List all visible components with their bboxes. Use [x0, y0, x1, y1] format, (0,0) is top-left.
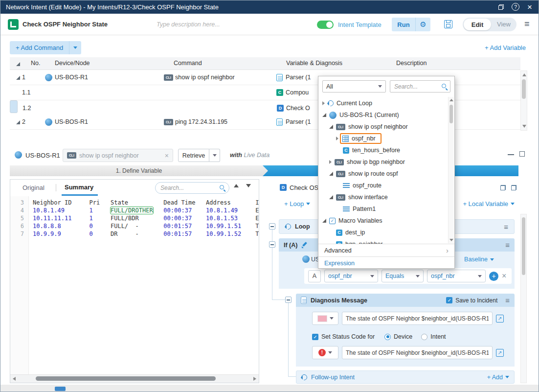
edit-pencil-icon[interactable]	[301, 242, 307, 248]
expression-item[interactable]: Expression	[318, 256, 454, 269]
tree-expanded-icon[interactable]	[329, 125, 333, 129]
duplicate-icon[interactable]	[511, 185, 517, 190]
search-icon[interactable]	[219, 184, 225, 191]
add-command-button[interactable]: + Add Command	[10, 41, 81, 54]
variable-text: Parser (1	[286, 74, 311, 81]
status-message-input[interactable]	[342, 346, 493, 359]
scroll-up-icon[interactable]	[522, 73, 526, 76]
expand-message-icon[interactable]: ↗	[496, 315, 504, 323]
tree-item[interactable]: Current Loop	[318, 97, 454, 109]
scroll-down-icon[interactable]	[449, 239, 453, 241]
close-icon[interactable]: ×	[527, 3, 532, 11]
tree-item[interactable]: Cdest_ip	[318, 227, 454, 238]
intent-radio[interactable]	[421, 334, 427, 340]
horizontal-scrollbar[interactable]	[10, 374, 259, 383]
scrollbar-thumb[interactable]	[522, 217, 525, 275]
run-button[interactable]: Run	[392, 18, 415, 31]
result-search-input[interactable]	[155, 182, 229, 194]
table-scrollbar[interactable]	[520, 70, 527, 131]
collapse-diagnosis-icon[interactable]	[285, 297, 292, 303]
save-to-incident-checkbox[interactable]: ✓	[446, 297, 452, 303]
copy-icon[interactable]	[500, 185, 506, 190]
step-define-variable: 1. Define Variable	[10, 165, 268, 176]
tree-item[interactable]: Cbgp_neighbor	[318, 238, 454, 244]
scroll-right-icon[interactable]	[253, 377, 256, 381]
row-expander-icon[interactable]	[16, 120, 20, 124]
table-row[interactable]: 1.2DCheck O	[10, 100, 18, 113]
condition-right-select[interactable]: ospf_nbr	[427, 270, 486, 282]
block-menu-icon[interactable]: ≡	[504, 223, 508, 231]
add-loop-button[interactable]: + Loop	[284, 200, 310, 208]
row-expander-icon[interactable]	[16, 76, 20, 80]
edit-mode-button[interactable]: Edit	[464, 19, 491, 30]
scroll-up-icon[interactable]	[449, 99, 453, 101]
expand-all-icon[interactable]	[16, 62, 20, 66]
tree-item[interactable]: CLIshow ip ospf neighbor	[318, 121, 454, 133]
filter-select[interactable]: All	[322, 80, 386, 92]
add-variable-link[interactable]: + Add Variable	[485, 44, 526, 51]
add-follow-up-button[interactable]: + Add	[487, 374, 509, 381]
save-icon[interactable]	[444, 20, 452, 28]
scroll-down-icon[interactable]	[522, 125, 526, 128]
clear-command-icon[interactable]: ×	[165, 152, 169, 160]
tree-item[interactable]: ✓Macro Variables	[318, 215, 454, 227]
tree-expanded-icon[interactable]	[322, 219, 326, 223]
retrieve-button[interactable]: Retrieve	[178, 149, 209, 162]
description-input[interactable]	[157, 20, 269, 29]
tree-item[interactable]: CLIshow ip route ospf	[318, 168, 454, 180]
collapse-if-icon[interactable]	[269, 241, 275, 248]
scrollbar-thumb[interactable]	[522, 79, 526, 99]
tab-summary[interactable]: Summary	[65, 184, 93, 191]
condition-left-select[interactable]: ospf_nbr	[324, 270, 378, 282]
add-command-chevron[interactable]	[69, 41, 81, 54]
tree-expanded-icon[interactable]	[329, 172, 333, 176]
tree-expanded-icon[interactable]	[322, 113, 326, 117]
tree-collapsed-icon[interactable]	[322, 101, 325, 105]
add-local-variable-button[interactable]: + Local Variable	[463, 200, 515, 208]
tree-item[interactable]: ospf_nbr	[318, 133, 454, 144]
collapse-loop-icon[interactable]	[269, 223, 275, 230]
block-menu-icon[interactable]: ≡	[505, 241, 510, 249]
scrollbar-thumb[interactable]	[449, 105, 453, 123]
tree-collapsed-icon[interactable]	[329, 160, 332, 164]
scrollbar-thumb[interactable]	[36, 376, 216, 381]
tree-collapsed-icon[interactable]	[336, 137, 338, 140]
diagnosis-header[interactable]: Diagnosis Message ✓ Save to Incident ≡	[296, 294, 515, 307]
set-status-code-checkbox[interactable]: ✓	[312, 334, 318, 340]
maximize-icon[interactable]	[519, 151, 525, 157]
menu-icon[interactable]: ≡	[524, 19, 530, 29]
intent-template-toggle[interactable]	[317, 21, 334, 29]
run-settings-gear-icon[interactable]: ⚙	[416, 18, 430, 31]
remove-condition-button[interactable]: ×	[502, 272, 506, 280]
command-box[interactable]: CLI show ip ospf neighbor ×	[63, 149, 173, 162]
baseline-dropdown[interactable]: Baseline	[464, 256, 494, 263]
tree-item[interactable]: CLIshow interface	[318, 191, 454, 203]
retrieve-chevron[interactable]	[209, 149, 220, 162]
popup-scrollbar[interactable]	[448, 97, 454, 243]
add-condition-button[interactable]: +	[489, 272, 498, 281]
block-menu-icon[interactable]: ≡	[505, 296, 510, 304]
right-panel-scrollbar[interactable]	[520, 214, 527, 383]
tree-item[interactable]: Cten_hours_before	[318, 144, 454, 156]
condition-operator-select[interactable]: Equals	[382, 270, 424, 282]
tree-item[interactable]: Pattern1	[318, 203, 454, 215]
expand-message-icon[interactable]: ↗	[496, 349, 504, 357]
help-icon[interactable]: ?	[512, 3, 519, 11]
view-mode-button[interactable]: View	[497, 21, 511, 28]
search-icon[interactable]	[441, 83, 448, 90]
message-color-select[interactable]	[312, 312, 338, 325]
status-code-select[interactable]: !	[312, 346, 338, 359]
tree-item[interactable]: US-BOS-R1 (Current)	[318, 109, 454, 121]
diagnosis-message-input[interactable]	[342, 312, 493, 325]
advanced-item[interactable]: Advanced›	[318, 244, 454, 256]
tree-item[interactable]: CLIshow ip bgp neighbor	[318, 156, 454, 168]
device-radio[interactable]	[384, 334, 391, 340]
scroll-left-icon[interactable]	[13, 377, 16, 381]
find-next-icon[interactable]	[246, 184, 251, 187]
tab-original[interactable]: Original	[22, 184, 45, 191]
tree-expanded-icon[interactable]	[329, 195, 333, 199]
add-command-label[interactable]: + Add Command	[10, 41, 69, 54]
find-previous-icon[interactable]	[234, 184, 239, 187]
tree-item[interactable]: ospf_route	[318, 180, 454, 191]
fullscreen-icon[interactable]	[498, 4, 504, 10]
